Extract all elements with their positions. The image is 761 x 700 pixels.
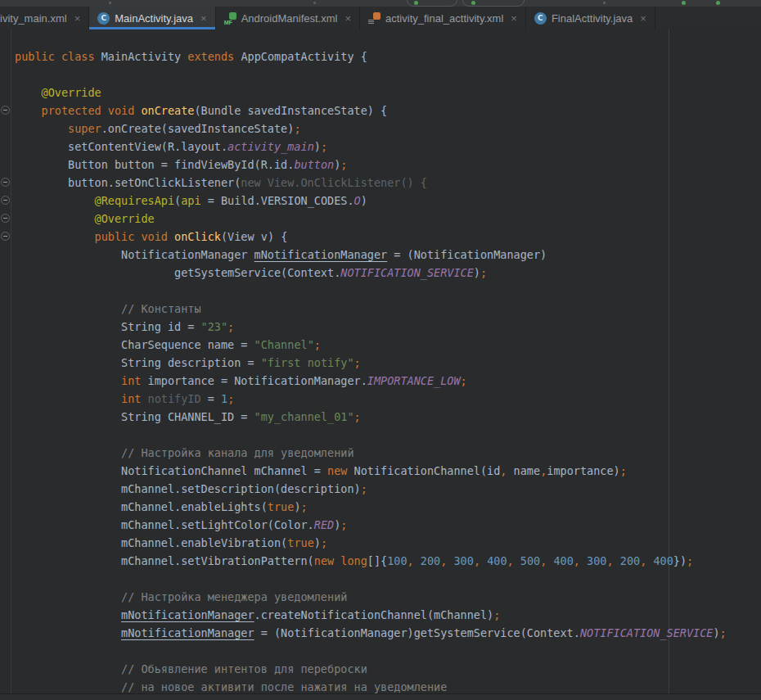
code-token: IMPORTANCE_LOW bbox=[367, 374, 461, 387]
code-line[interactable]: mChannel.setLightColor(Color.RED); bbox=[15, 516, 727, 534]
code-line[interactable]: NotificationChannel mChannel = new Notif… bbox=[15, 462, 727, 480]
code-token: true bbox=[268, 500, 295, 513]
code-line[interactable]: CharSequence name = "Channel"; bbox=[15, 336, 727, 354]
code-token: button.setOnClickListener( bbox=[15, 176, 241, 189]
code-line[interactable]: @Override bbox=[15, 84, 727, 102]
code-line[interactable]: @Override bbox=[15, 210, 727, 228]
status-dot-icon bbox=[716, 1, 720, 5]
code-token: new View.OnClickListener() { bbox=[241, 176, 427, 189]
code-line[interactable]: button.setOnClickListener(new View.OnCli… bbox=[15, 174, 727, 192]
code-line[interactable]: int importance = NotificationManager.IMP… bbox=[15, 372, 727, 390]
code-editor[interactable]: public class MainActivity extends AppCom… bbox=[0, 29, 761, 700]
code-token: int bbox=[15, 392, 148, 405]
tab-label: MainActivity.java bbox=[115, 12, 193, 25]
code-token: , bbox=[474, 554, 487, 567]
code-token: "23" bbox=[201, 320, 228, 333]
code-token: String description = bbox=[15, 356, 261, 369]
code-line[interactable]: String description = "first notify"; bbox=[15, 354, 727, 372]
code-token: "first notify" bbox=[261, 356, 354, 369]
code-token: NOTIFICATION_SERVICE bbox=[340, 266, 474, 279]
java-class-icon: C bbox=[97, 12, 110, 25]
editor-tab-androidmanifest-xml[interactable]: MFAndroidManifest.xml× bbox=[216, 7, 360, 29]
code-line[interactable]: public class MainActivity extends AppCom… bbox=[15, 47, 727, 65]
close-icon[interactable]: × bbox=[344, 13, 351, 24]
code-token: ; bbox=[354, 410, 361, 423]
code-token: name bbox=[507, 464, 540, 477]
code-token: // Константы bbox=[15, 302, 201, 315]
code-line[interactable]: Button button = findViewById(R.id.button… bbox=[15, 156, 727, 174]
code-token: .createNotificationChannel(mChannel) bbox=[254, 608, 494, 621]
code-line[interactable]: NotificationManager mNotificationManager… bbox=[15, 246, 727, 264]
code-token: ; bbox=[314, 338, 321, 351]
code-line[interactable]: getSystemService(Context.NOTIFICATION_SE… bbox=[15, 264, 727, 282]
code-line[interactable] bbox=[15, 65, 727, 84]
code-line[interactable]: super.onCreate(savedInstanceState); bbox=[15, 120, 727, 138]
manifest-file-icon: MF bbox=[224, 12, 236, 25]
toolbar-icon-tick bbox=[603, 2, 606, 4]
code-token: 1 bbox=[221, 392, 227, 405]
code-line[interactable]: mChannel.enableVibration(true); bbox=[15, 534, 727, 552]
fold-marker-icon[interactable] bbox=[1, 232, 10, 241]
code-token: .onCreate(savedInstanceState) bbox=[101, 122, 295, 135]
code-line[interactable] bbox=[15, 282, 727, 300]
code-line[interactable]: mChannel.setDescription(description); bbox=[15, 480, 727, 498]
code-token: "my_channel_01" bbox=[254, 410, 354, 423]
fold-marker-icon[interactable] bbox=[1, 196, 10, 205]
close-icon[interactable]: × bbox=[74, 13, 81, 24]
code-line[interactable]: @RequiresApi(api = Build.VERSION_CODES.O… bbox=[15, 192, 727, 210]
code-token: 400 bbox=[653, 554, 673, 567]
code-token: protected void bbox=[15, 104, 141, 117]
code-line[interactable]: mNotificationManager.createNotificationC… bbox=[15, 606, 727, 624]
close-icon[interactable]: × bbox=[511, 13, 517, 24]
code-token: = (NotificationManager)getSystemService(… bbox=[254, 626, 580, 639]
code-token: ; bbox=[294, 122, 300, 135]
editor-tab-activity-final-acttivity-xml[interactable]: activity_final_acttivity.xml× bbox=[360, 7, 526, 29]
code-token: onCreate bbox=[141, 104, 194, 117]
code-line[interactable]: public void onClick(View v) { bbox=[15, 228, 727, 246]
editor-tab-finalacttivity-java[interactable]: CFinalActtivity.java× bbox=[526, 7, 655, 29]
editor-tab-ivity-main-xml[interactable]: ivity_main.xml× bbox=[0, 7, 89, 29]
code-line[interactable]: protected void onCreate(Bundle savedInst… bbox=[15, 102, 727, 120]
status-dot-icon bbox=[682, 1, 686, 5]
code-line[interactable]: String CHANNEL_ID = "my_channel_01"; bbox=[15, 408, 727, 426]
editor-tab-mainactivity-java[interactable]: CMainActivity.java× bbox=[89, 7, 215, 29]
code-token bbox=[15, 608, 121, 621]
code-line[interactable]: mChannel.setVibrationPattern(new long[]{… bbox=[15, 552, 727, 570]
code-line[interactable] bbox=[15, 426, 727, 444]
code-line[interactable]: int notifyID = 1; bbox=[15, 390, 727, 408]
code-token: ; bbox=[321, 536, 327, 549]
code-line[interactable]: // Константы bbox=[15, 300, 727, 318]
code-token bbox=[15, 626, 121, 639]
code-token: 200 bbox=[421, 554, 440, 567]
code-token: = bbox=[201, 392, 221, 405]
code-line[interactable]: String id = "23"; bbox=[15, 318, 727, 336]
fold-marker-icon[interactable] bbox=[1, 106, 10, 115]
code-area[interactable]: public class MainActivity extends AppCom… bbox=[0, 29, 727, 696]
code-token: NOTIFICATION_SERVICE bbox=[580, 626, 714, 639]
code-token: onClick bbox=[174, 230, 221, 243]
code-line[interactable]: setContentView(R.layout.activity_main); bbox=[15, 138, 727, 156]
java-class-icon: C bbox=[534, 12, 547, 25]
code-token: 400 bbox=[553, 554, 573, 567]
code-token: ) bbox=[713, 626, 719, 639]
code-token: "Channel" bbox=[254, 338, 314, 351]
code-line[interactable]: mChannel.enableLights(true); bbox=[15, 498, 727, 516]
close-icon[interactable]: × bbox=[200, 13, 207, 24]
code-token: int bbox=[15, 374, 148, 387]
code-line[interactable] bbox=[15, 642, 727, 660]
code-token: , bbox=[640, 554, 653, 567]
code-line[interactable]: // Настройка менеджера уведомлений bbox=[15, 588, 727, 606]
toolbar-remnant bbox=[0, 0, 761, 7]
code-token: }) bbox=[673, 554, 687, 567]
code-token: , bbox=[607, 554, 620, 567]
code-token: NotificationManager bbox=[15, 248, 254, 261]
code-token: importance) bbox=[547, 464, 619, 477]
fold-marker-icon[interactable] bbox=[1, 214, 10, 223]
code-line[interactable]: mNotificationManager = (NotificationMana… bbox=[15, 624, 727, 642]
code-line[interactable]: // Обьявление интентов для переброски bbox=[15, 660, 727, 678]
code-line[interactable]: // Настройка канала для уведомлений bbox=[15, 444, 727, 462]
code-token: 300 bbox=[587, 554, 606, 567]
code-line[interactable] bbox=[15, 570, 727, 588]
fold-marker-icon[interactable] bbox=[1, 178, 10, 187]
close-icon[interactable]: × bbox=[640, 13, 646, 24]
